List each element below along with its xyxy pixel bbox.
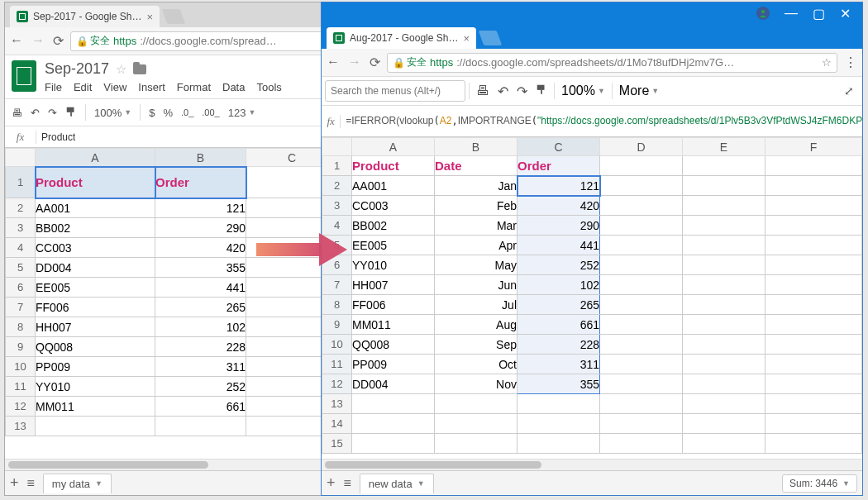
menu-edit[interactable]: Edit bbox=[74, 81, 92, 93]
cell[interactable]: 441 bbox=[517, 236, 600, 255]
col-header-d[interactable]: D bbox=[600, 138, 683, 156]
expand-toolbar-button[interactable]: ⤢ bbox=[844, 84, 862, 98]
cell[interactable]: Sep bbox=[435, 335, 517, 355]
cell[interactable]: Product bbox=[352, 156, 435, 176]
folder-icon[interactable] bbox=[133, 64, 146, 74]
cell[interactable]: Aug bbox=[435, 315, 517, 335]
col-header-a[interactable]: A bbox=[36, 149, 155, 167]
cell[interactable]: Order bbox=[517, 156, 600, 176]
row-header[interactable]: 5 bbox=[322, 236, 352, 255]
cell[interactable]: 228 bbox=[517, 335, 600, 355]
cell[interactable]: FF006 bbox=[36, 298, 155, 317]
new-tab-button[interactable] bbox=[479, 31, 503, 45]
cell[interactable]: DD004 bbox=[36, 258, 155, 278]
cell[interactable]: 265 bbox=[155, 298, 246, 317]
row-header[interactable]: 4 bbox=[322, 216, 352, 236]
row-header[interactable]: 9 bbox=[322, 315, 352, 335]
cell[interactable]: Jul bbox=[435, 295, 517, 315]
cell[interactable]: QQ008 bbox=[36, 337, 155, 357]
col-header-a[interactable]: A bbox=[352, 138, 435, 156]
more-dropdown[interactable]: More▼ bbox=[613, 83, 665, 98]
cell[interactable]: 311 bbox=[517, 355, 600, 374]
format-dropdown[interactable]: 123▼ bbox=[228, 107, 256, 119]
cell[interactable]: 265 bbox=[517, 295, 600, 315]
cell[interactable]: 420 bbox=[517, 196, 600, 216]
row-header[interactable]: 2 bbox=[322, 176, 352, 196]
close-icon[interactable]: × bbox=[463, 32, 470, 45]
cell[interactable]: Apr bbox=[435, 236, 517, 255]
cell[interactable]: 228 bbox=[155, 337, 246, 357]
row-header[interactable]: 8 bbox=[322, 295, 352, 315]
cell[interactable]: 121 bbox=[517, 176, 600, 196]
quicksum-display[interactable]: Sum: 3446▼ bbox=[782, 474, 857, 493]
cell[interactable]: 441 bbox=[155, 278, 246, 298]
cell[interactable]: 355 bbox=[517, 374, 600, 394]
cell[interactable]: 290 bbox=[155, 218, 246, 238]
row-header[interactable]: 2 bbox=[6, 198, 36, 218]
cell[interactable]: 102 bbox=[517, 275, 600, 295]
row-header[interactable]: 7 bbox=[322, 275, 352, 295]
close-button[interactable]: ✕ bbox=[840, 6, 851, 21]
paint-format-button[interactable] bbox=[536, 83, 547, 99]
menu-format[interactable]: Format bbox=[177, 81, 211, 93]
cell[interactable]: DD004 bbox=[352, 374, 435, 394]
col-header-b[interactable]: B bbox=[435, 138, 517, 156]
horizontal-scrollbar[interactable] bbox=[322, 459, 862, 470]
star-icon[interactable]: ☆ bbox=[116, 62, 126, 77]
cell[interactable]: CC003 bbox=[36, 238, 155, 258]
cell[interactable]: 121 bbox=[155, 198, 246, 218]
spreadsheet-grid[interactable]: A B C D E F 1 Product Date Order 2 AA001… bbox=[322, 137, 862, 454]
select-all-corner[interactable] bbox=[322, 138, 352, 156]
row-header[interactable]: 4 bbox=[6, 238, 36, 258]
row-header[interactable]: 13 bbox=[6, 417, 36, 436]
row-header[interactable]: 9 bbox=[6, 337, 36, 357]
row-header[interactable]: 11 bbox=[322, 355, 352, 374]
cell[interactable]: AA001 bbox=[352, 176, 435, 196]
close-icon[interactable]: × bbox=[146, 11, 153, 23]
cell[interactable]: 252 bbox=[517, 255, 600, 275]
cell[interactable]: 420 bbox=[155, 238, 246, 258]
percent-button[interactable]: % bbox=[163, 107, 173, 119]
browser-menu-button[interactable]: ⋮ bbox=[844, 55, 857, 70]
row-header[interactable]: 10 bbox=[6, 357, 36, 377]
menu-data[interactable]: Data bbox=[222, 81, 245, 93]
cell[interactable]: Nov bbox=[435, 374, 517, 394]
new-tab-button[interactable] bbox=[162, 9, 186, 24]
cell[interactable]: BB002 bbox=[36, 218, 155, 238]
cell[interactable]: PP009 bbox=[352, 355, 435, 374]
cell[interactable]: 661 bbox=[517, 315, 600, 335]
col-header-c[interactable]: C bbox=[517, 138, 600, 156]
cell[interactable]: EE005 bbox=[352, 236, 435, 255]
all-sheets-button[interactable]: ≡ bbox=[27, 476, 35, 491]
undo-button[interactable]: ↶ bbox=[31, 107, 40, 119]
url-input[interactable]: 🔒 安全 https://docs.google.com/spreadsheet… bbox=[387, 53, 837, 73]
col-header-b[interactable]: B bbox=[155, 149, 246, 167]
sheets-logo-icon[interactable] bbox=[12, 60, 36, 92]
row-header[interactable]: 12 bbox=[6, 397, 36, 417]
cell[interactable]: BB002 bbox=[352, 216, 435, 236]
back-button[interactable]: ← bbox=[327, 55, 340, 70]
row-header[interactable]: 1 bbox=[6, 167, 36, 198]
cell[interactable]: YY010 bbox=[352, 255, 435, 275]
maximize-button[interactable]: ▢ bbox=[813, 6, 825, 21]
forward-button[interactable]: → bbox=[348, 55, 361, 70]
row-header[interactable]: 1 bbox=[322, 156, 352, 176]
document-title[interactable]: Sep-2017 bbox=[45, 60, 109, 78]
cell[interactable]: 661 bbox=[155, 397, 246, 417]
print-button[interactable]: 🖶 bbox=[476, 83, 489, 99]
back-button[interactable]: ← bbox=[10, 33, 23, 49]
reload-button[interactable]: ⟳ bbox=[53, 33, 64, 49]
horizontal-scrollbar[interactable] bbox=[5, 459, 338, 470]
select-all-corner[interactable] bbox=[6, 149, 36, 167]
formula-input[interactable]: =IFERROR(vlookup(A2,IMPORTRANGE("https:/… bbox=[341, 115, 862, 128]
cell[interactable]: HH007 bbox=[352, 275, 435, 295]
cell[interactable]: 355 bbox=[155, 258, 246, 278]
zoom-dropdown[interactable]: 100%▼ bbox=[94, 107, 131, 119]
sheet-tab[interactable]: my data▼ bbox=[43, 474, 112, 493]
currency-button[interactable]: $ bbox=[149, 107, 155, 119]
row-header[interactable]: 7 bbox=[6, 298, 36, 317]
row-header[interactable]: 6 bbox=[322, 255, 352, 275]
reload-button[interactable]: ⟳ bbox=[370, 55, 380, 70]
cell[interactable]: CC003 bbox=[352, 196, 435, 216]
print-button[interactable]: 🖶 bbox=[12, 107, 22, 119]
